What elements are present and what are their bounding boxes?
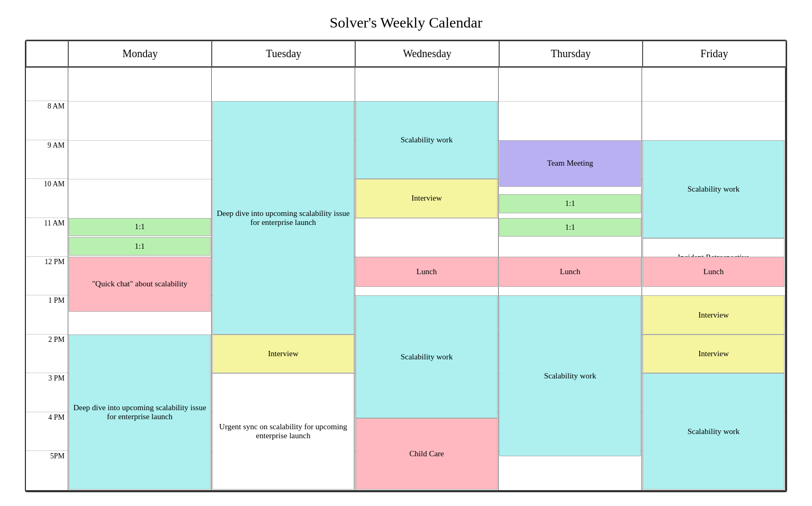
calendar-header: Monday Tuesday Wednesday Thursday Friday: [26, 41, 786, 68]
wednesday-event-2: Interview: [356, 179, 498, 218]
line-9: [68, 140, 211, 141]
calendar-body: 8 AM 9 AM 10 AM 11 AM 12 PM 1 PM 2 PM 3 …: [26, 68, 786, 491]
friday-event-6: Scalability work: [643, 373, 784, 490]
monday-event-3: "Quick chat" about scalability: [69, 257, 211, 312]
monday-event-1: 1:1: [69, 218, 211, 236]
friday-event-3: Lunch: [643, 257, 784, 287]
calendar-wrapper: Solver's Weekly Calendar Monday Tuesday …: [25, 14, 787, 492]
friday-event-4: Interview: [643, 295, 784, 334]
calendar-outer: Monday Tuesday Wednesday Thursday Friday…: [25, 40, 787, 492]
thursday-event-1: Team Meeting: [499, 140, 641, 187]
monday-event-4: Deep dive into upcoming scalability issu…: [69, 335, 211, 490]
thursday-event-2: 1:1: [499, 194, 641, 213]
header-wednesday: Wednesday: [355, 41, 499, 67]
wednesday-event-4: Scalability work: [356, 295, 498, 418]
fri-line-8: [642, 101, 785, 102]
time-4pm: 4 PM: [26, 412, 68, 451]
wednesday-event-5: Child Care: [356, 418, 498, 490]
time-pre: [26, 68, 68, 102]
tuesday-event-2: Interview: [212, 335, 354, 373]
friday-event-1: Scalability work: [643, 140, 784, 238]
header-thursday: Thursday: [499, 41, 643, 67]
header-tuesday: Tuesday: [212, 41, 355, 67]
time-10am: 10 AM: [26, 179, 68, 218]
line-8: [68, 101, 211, 102]
thursday-event-5: Scalability work: [499, 295, 641, 456]
time-3pm: 3 PM: [26, 373, 68, 412]
header-time-empty: [26, 41, 68, 67]
time-5pm: 5PM: [26, 451, 68, 490]
time-9am: 9 AM: [26, 140, 68, 179]
wednesday-event-1: Scalability work: [356, 101, 498, 179]
time-11am: 11 AM: [26, 218, 68, 257]
tuesday-column: Deep dive into upcoming scalability issu…: [212, 68, 355, 490]
calendar-title: Solver's Weekly Calendar: [25, 14, 787, 31]
wed-line-11: [355, 218, 498, 219]
time-8am: 8 AM: [26, 101, 68, 140]
monday-column: 1:1 1:1 "Quick chat" about scalability D…: [68, 68, 212, 490]
monday-event-2: 1:1: [69, 237, 211, 255]
line-10: [68, 179, 211, 179]
thursday-event-4: Lunch: [499, 257, 641, 287]
time-column: 8 AM 9 AM 10 AM 11 AM 12 PM 1 PM 2 PM 3 …: [26, 68, 68, 490]
tuesday-event-1: Deep dive into upcoming scalability issu…: [212, 101, 354, 334]
friday-column: Scalability work Incident Retrospective …: [642, 68, 786, 490]
thu-line-8: [499, 101, 642, 102]
time-2pm: 2 PM: [26, 335, 68, 373]
wednesday-column: Scalability work Interview Lunch Scalabi…: [355, 68, 499, 490]
wednesday-event-3: Lunch: [356, 257, 498, 287]
friday-event-5: Interview: [643, 335, 784, 373]
time-1pm: 1 PM: [26, 295, 68, 334]
thursday-column: Team Meeting 1:1 1:1 Lunch Scalability w…: [499, 68, 642, 490]
header-friday: Friday: [643, 41, 786, 67]
thursday-event-3: 1:1: [499, 218, 641, 237]
time-12pm: 12 PM: [26, 257, 68, 295]
tuesday-event-3: Urgent sync on scalability for upcoming …: [212, 373, 354, 490]
header-monday: Monday: [68, 41, 212, 67]
